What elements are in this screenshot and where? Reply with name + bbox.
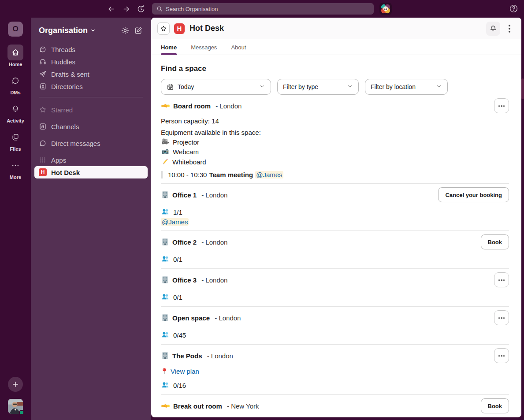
search-input[interactable] bbox=[166, 6, 369, 12]
hash-box-icon bbox=[39, 123, 47, 130]
user-mention[interactable]: @James bbox=[255, 171, 283, 178]
space-location: - London bbox=[200, 238, 227, 246]
overflow-menu-icon[interactable] bbox=[504, 22, 515, 36]
sidebar-item-label: Starred bbox=[51, 106, 73, 114]
sidebar-item-directories[interactable]: Directories bbox=[34, 80, 148, 93]
occupancy: 0/1 bbox=[161, 255, 509, 264]
sidebar-item-label: Drafts & sent bbox=[51, 71, 89, 78]
space-name: Break out room bbox=[173, 402, 222, 410]
app-title: Hot Desk bbox=[190, 24, 224, 33]
space-name: Office 1 bbox=[172, 191, 197, 199]
building-icon bbox=[161, 351, 169, 360]
book-button[interactable]: Book bbox=[481, 234, 509, 249]
tab-messages[interactable]: Messages bbox=[191, 44, 217, 55]
building-icon bbox=[161, 190, 169, 199]
view-plan-link[interactable]: View plan bbox=[171, 368, 199, 375]
help-icon[interactable] bbox=[509, 4, 518, 14]
calendar-icon bbox=[167, 83, 174, 91]
filter-value: Filter by type bbox=[283, 83, 318, 90]
sidebar-item-label: Apps bbox=[51, 156, 66, 164]
compose-icon[interactable] bbox=[132, 24, 145, 37]
search-bar[interactable] bbox=[152, 3, 374, 15]
sidebar-item-starred[interactable]: Starred bbox=[34, 104, 148, 116]
chat-icon bbox=[11, 76, 20, 85]
equipment-item: Whiteboard bbox=[161, 157, 509, 166]
space-overflow-button[interactable] bbox=[494, 98, 509, 113]
workspace-switcher[interactable]: O bbox=[8, 22, 23, 37]
rail-item-dms[interactable]: DMs bbox=[0, 73, 31, 95]
presence-indicator bbox=[19, 410, 24, 415]
space-overflow-button[interactable] bbox=[494, 348, 509, 363]
occupancy: 0/16 bbox=[161, 381, 509, 390]
sidebar-item-label: Hot Desk bbox=[51, 169, 80, 176]
rail-item-home[interactable]: Home bbox=[0, 45, 31, 67]
create-new-button[interactable] bbox=[8, 377, 23, 392]
pencil-icon bbox=[161, 157, 169, 166]
space-row: Open space - London 0/45 bbox=[161, 307, 509, 345]
tab-home[interactable]: Home bbox=[161, 44, 177, 55]
cancel-your-booking-button[interactable]: Cancel your booking bbox=[438, 187, 509, 202]
sidebar-item-label: Direct messages bbox=[51, 140, 100, 147]
filter-type-dropdown[interactable]: Filter by type bbox=[277, 79, 359, 95]
rail-item-files[interactable]: Files bbox=[0, 129, 31, 152]
search-icon bbox=[156, 6, 163, 12]
booking-quote: 10:00 - 10:30 Team meeting @James bbox=[161, 171, 509, 178]
sidebar-item-label: Channels bbox=[51, 123, 79, 130]
hot-desk-app-icon: H bbox=[174, 23, 185, 34]
sidebar-item-huddles[interactable]: Huddles bbox=[34, 56, 148, 68]
settings-gear-icon[interactable] bbox=[119, 24, 132, 37]
chat-icon bbox=[39, 139, 47, 148]
space-location: - London bbox=[200, 191, 227, 199]
filter-date-dropdown[interactable]: Today bbox=[161, 79, 271, 95]
sidebar-item-drafts-sent[interactable]: Drafts & sent bbox=[34, 68, 148, 80]
home-icon bbox=[11, 48, 20, 57]
workspace-smiley-avatar[interactable] bbox=[379, 3, 392, 15]
history-back-button[interactable] bbox=[106, 4, 116, 14]
space-name: Open space bbox=[172, 314, 210, 322]
user-avatar[interactable] bbox=[8, 399, 23, 414]
workspace-name-button[interactable]: Organisation bbox=[39, 26, 96, 35]
chevron-down-icon bbox=[259, 83, 265, 91]
scrollbar-thumb[interactable] bbox=[521, 78, 524, 99]
rail-item-label: DMs bbox=[10, 90, 20, 95]
space-row: Office 1 - London Cancel your booking 1/… bbox=[161, 184, 509, 231]
space-detail: Equipment available in this space: bbox=[161, 129, 509, 136]
star-button[interactable] bbox=[157, 22, 170, 35]
space-name: Board room bbox=[173, 102, 211, 110]
tab-about[interactable]: About bbox=[231, 44, 246, 55]
top-bar bbox=[0, 0, 524, 18]
occupancy-count: 0/1 bbox=[173, 256, 182, 263]
building-icon bbox=[161, 313, 169, 322]
grid-icon bbox=[39, 156, 47, 164]
user-mention[interactable]: @James bbox=[161, 218, 189, 226]
book-button[interactable]: Book bbox=[481, 398, 509, 413]
people-icon bbox=[161, 208, 170, 216]
sidebar-item-apps[interactable]: Apps bbox=[34, 154, 148, 166]
history-forward-button[interactable] bbox=[121, 4, 131, 14]
occupancy: 1/1 bbox=[161, 208, 509, 216]
chevron-down-icon bbox=[90, 28, 96, 33]
rail-item-activity[interactable]: Activity bbox=[0, 101, 31, 123]
space-overflow-button[interactable] bbox=[494, 310, 509, 325]
filter-location-dropdown[interactable]: Filter by location bbox=[365, 79, 448, 95]
sidebar-item-direct-messages[interactable]: Direct messages bbox=[34, 137, 148, 149]
sidebar-item-hot-desk[interactable]: H Hot Desk bbox=[34, 166, 148, 178]
occupancy-count: 0/16 bbox=[173, 382, 186, 389]
history-icon[interactable] bbox=[136, 4, 146, 14]
sidebar-item-threads[interactable]: Threads bbox=[34, 43, 148, 56]
space-name: Office 3 bbox=[172, 276, 197, 284]
space-detail: Person capacity: 14 bbox=[161, 117, 509, 125]
space-overflow-button[interactable] bbox=[494, 272, 509, 287]
sidebar-item-channels[interactable]: Channels bbox=[34, 120, 148, 133]
find-a-space-heading: Find a space bbox=[161, 64, 509, 73]
home-tab-content: Find a space Today Filter by type Filter… bbox=[151, 55, 521, 417]
rail-item-more[interactable]: More bbox=[0, 157, 31, 180]
camera-icon bbox=[161, 148, 170, 156]
notifications-bell-icon[interactable] bbox=[486, 22, 500, 36]
chevron-down-icon bbox=[347, 83, 353, 91]
sidebar-item-label: Threads bbox=[51, 46, 75, 53]
people-icon bbox=[161, 381, 170, 390]
filter-value: Filter by location bbox=[371, 83, 416, 90]
space-name: The Pods bbox=[172, 352, 202, 360]
occupancy-count: 0/1 bbox=[173, 294, 182, 301]
